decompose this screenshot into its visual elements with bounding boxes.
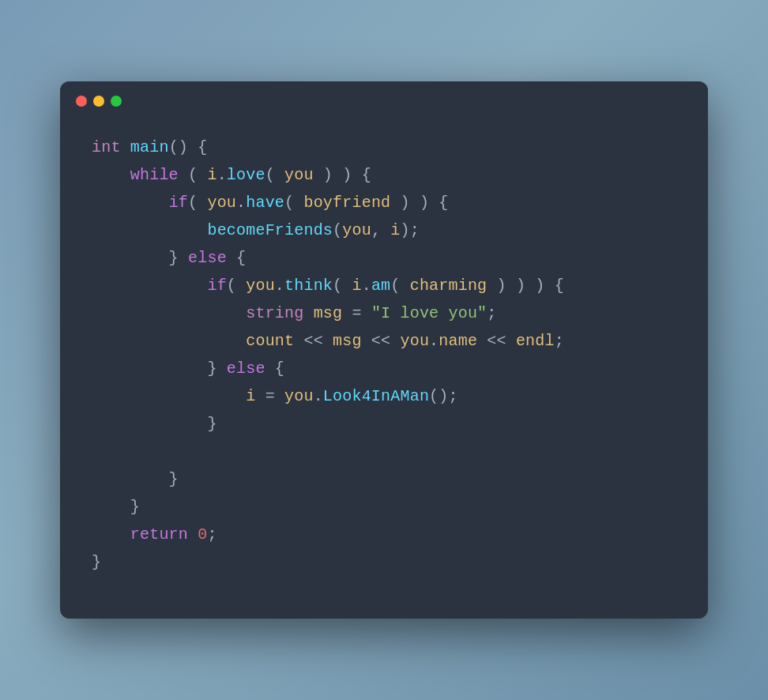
code-editor: int main() { while ( i.love( you ) ) { i… [60, 118, 708, 608]
code-line-11: } [92, 410, 676, 438]
code-line-2: while ( i.love( you ) ) { [92, 161, 676, 189]
code-line-blank1 [92, 438, 676, 465]
titlebar [60, 81, 708, 118]
code-line-6: if( you.think( i.am( charming ) ) ) { [92, 272, 676, 299]
code-line-9: } else { [92, 355, 676, 382]
code-line-12: } [92, 465, 676, 493]
close-button[interactable] [76, 96, 87, 107]
code-line-13: } [92, 493, 676, 521]
minimize-button[interactable] [93, 96, 104, 107]
code-line-5: } else { [92, 244, 676, 272]
code-window: int main() { while ( i.love( you ) ) { i… [60, 81, 708, 619]
code-line-10: i = you.Look4InAMan(); [92, 382, 676, 410]
code-line-7: string msg = "I love you"; [92, 299, 676, 327]
code-line-15: } [92, 548, 676, 576]
code-line-8: count << msg << you.name << endl; [92, 327, 676, 355]
code-line-1: int main() { [92, 134, 676, 161]
code-line-3: if( you.have( boyfriend ) ) { [92, 189, 676, 216]
maximize-button[interactable] [111, 96, 122, 107]
code-line-4: becomeFriends(you, i); [92, 216, 676, 244]
code-line-14: return 0; [92, 521, 676, 548]
